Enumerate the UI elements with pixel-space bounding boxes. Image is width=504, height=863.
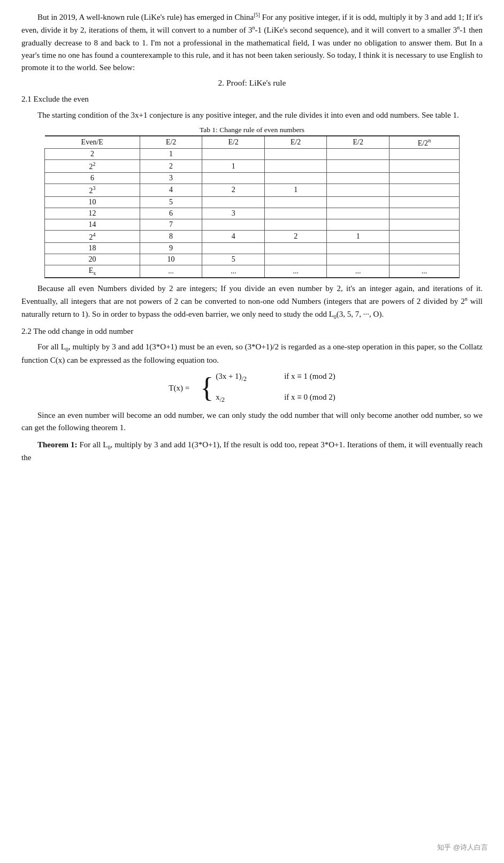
- formula-label: T(x) =: [169, 384, 189, 393]
- theorem1-label: Theorem 1:: [37, 440, 78, 449]
- table-row: 23 4 2 1: [45, 184, 460, 197]
- table-row: 24 8 4 2 1: [45, 230, 460, 243]
- formula-block: T(x) = { (3x + 1)/2 if x ≡ 1 (mod 2) x/2: [21, 372, 483, 404]
- page-content: But in 2019, A well-known rule (LiKe's r…: [21, 11, 483, 464]
- formula-cond-odd: if x ≡ 1 (mod 2): [284, 372, 335, 381]
- formula-expr-even: x/2: [216, 393, 274, 404]
- section-21-heading: 2.1 Exclude the even: [21, 93, 483, 105]
- table-row: 22 2 1: [45, 160, 460, 173]
- formula-system: { (3x + 1)/2 if x ≡ 1 (mod 2) x/2: [200, 372, 335, 404]
- table-row: 18 9: [45, 243, 460, 254]
- even-numbers-table: Even/E E/2 E/2 E/2 E/2 E/2n 2 1: [44, 135, 460, 278]
- watermark: 知乎 @诗人白言: [437, 843, 488, 852]
- table-header-row: Even/E E/2 E/2 E/2 E/2 E/2n: [45, 136, 460, 149]
- table-caption: Tab 1: Change rule of even numbers: [21, 126, 483, 134]
- formula-row-even: x/2 if x ≡ 0 (mod 2): [216, 393, 335, 404]
- table-wrap: Tab 1: Change rule of even numbers Even/…: [21, 126, 483, 278]
- table-row: Ex ... ... ... ... ...: [45, 265, 460, 278]
- table-row: 14 7: [45, 219, 460, 230]
- section-21-para: The starting condition of the 3x+1 conje…: [21, 109, 483, 121]
- section-22-heading: 2.2 The odd change in odd number: [21, 325, 483, 338]
- proof-title: 2. Proof: LiKe's rule: [21, 78, 483, 88]
- table-row: 20 10 5: [45, 254, 460, 265]
- formula-row-odd: (3x + 1)/2 if x ≡ 1 (mod 2): [216, 372, 335, 383]
- table-row: 6 3: [45, 173, 460, 184]
- formula-expr-odd: (3x + 1)/2: [216, 372, 274, 383]
- table-row: 10 5: [45, 196, 460, 208]
- brace-icon: {: [200, 374, 213, 402]
- intro-paragraph: But in 2019, A well-known rule (LiKe's r…: [21, 11, 483, 74]
- table-row: 12 6 3: [45, 208, 460, 219]
- section-22-para-b: Since an even number will become an odd …: [21, 409, 483, 434]
- section-22-para-a: For all L0, multiply by 3 and add 1(3*O+…: [21, 341, 483, 366]
- formula-rows: (3x + 1)/2 if x ≡ 1 (mod 2) x/2 if x ≡ 0…: [216, 372, 335, 404]
- formula-cond-even: if x ≡ 0 (mod 2): [284, 393, 335, 402]
- theorem1-para: Theorem 1: For all L0, multiply by 3 and…: [21, 439, 483, 464]
- section-21-para-b: Because all even Numbers divided by 2 ar…: [21, 282, 483, 321]
- table-row: 2 1: [45, 149, 460, 160]
